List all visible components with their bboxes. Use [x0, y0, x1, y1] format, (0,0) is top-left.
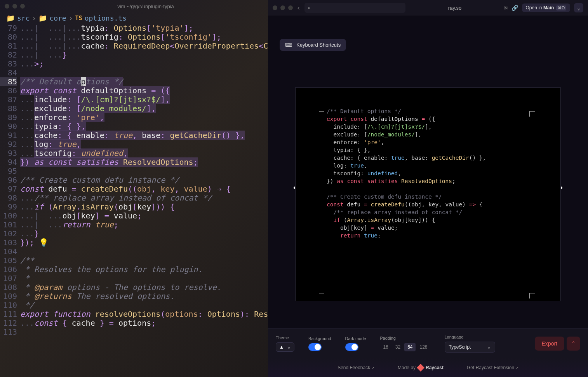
lang-label: Language: [445, 335, 495, 339]
padding-option-128[interactable]: 128: [416, 343, 430, 351]
typescript-icon: TS: [75, 15, 82, 22]
made-by-raycast[interactable]: Made by Raycast: [398, 365, 444, 370]
breadcrumb-src[interactable]: src: [17, 14, 30, 22]
rayso-canvas-area: ⌨ Keyboard Shortcuts /** Default options…: [268, 16, 588, 328]
maximize-icon[interactable]: [288, 5, 293, 10]
kb-label: Keyboard Shortcuts: [296, 42, 341, 48]
breadcrumb-file[interactable]: options.ts: [85, 14, 127, 22]
corner-mark-icon: [529, 293, 537, 301]
theme-label: Theme: [276, 335, 294, 340]
minimize-icon[interactable]: [280, 5, 285, 10]
footer: Send Feedback Made by Raycast Get Raycas…: [268, 358, 588, 377]
padding-label: Padding: [380, 336, 430, 340]
chevron-down-icon[interactable]: ⌄: [574, 3, 583, 12]
get-extension-link[interactable]: Get Raycast Extension: [467, 365, 518, 370]
open-main-label: Open in Main: [526, 5, 554, 10]
search-icon: ⌕: [308, 5, 311, 11]
padding-option-32[interactable]: 32: [392, 343, 404, 351]
corner-mark-icon: [319, 111, 327, 119]
kbd-shortcut: ⌘O: [556, 5, 566, 10]
code-image-canvas[interactable]: /** Default options */ export const defa…: [295, 87, 561, 286]
chevron-right-icon: ›: [32, 14, 37, 22]
language-control: Language TypeScript ⌄: [445, 335, 495, 353]
chevron-down-icon: ⌄: [287, 344, 291, 350]
darkmode-toggle[interactable]: [345, 343, 358, 351]
page-host: ray.so: [409, 5, 501, 11]
folder-icon: 📁: [6, 14, 15, 22]
breadcrumb-core[interactable]: core: [49, 14, 66, 22]
ray-code-content[interactable]: /** Default options */ export const defa…: [327, 107, 529, 239]
padding-option-64[interactable]: 64: [404, 343, 416, 351]
theme-select[interactable]: ▲ ⌄: [276, 342, 294, 352]
brand-name: Raycast: [426, 365, 444, 370]
chevron-down-icon: ⌄: [487, 344, 491, 350]
bg-label: Background: [308, 336, 331, 341]
theme-control: Theme ▲ ⌄: [276, 335, 294, 352]
keyboard-icon: ⌨: [285, 42, 292, 48]
folder-icon: 📁: [38, 14, 47, 22]
code-card[interactable]: /** Default options */ export const defa…: [295, 87, 561, 301]
traffic-lights: [5, 4, 25, 9]
chevron-right-icon: ›: [69, 14, 73, 22]
browser-titlebar: ‹ ⌕ ray.so ⎘ 🔗 Open in Main ⌘O ⌄: [268, 0, 588, 16]
close-icon[interactable]: [5, 4, 9, 9]
maximize-icon[interactable]: [20, 4, 25, 9]
raycast-logo-icon: [417, 364, 424, 372]
dark-label: Dark mode: [345, 336, 366, 341]
keyboard-shortcuts-button[interactable]: ⌨ Keyboard Shortcuts: [280, 39, 346, 51]
background-toggle[interactable]: [308, 343, 322, 351]
line-number-gutter: 7980818283848586878889909192939495969798…: [0, 24, 20, 337]
language-select[interactable]: TypeScript ⌄: [445, 342, 495, 353]
export-more-button[interactable]: ⌃: [567, 337, 580, 351]
send-feedback-link[interactable]: Send Feedback: [337, 365, 374, 370]
extension-icon[interactable]: ⎘: [504, 5, 508, 11]
padding-options: 163264128: [380, 343, 430, 351]
close-icon[interactable]: [273, 5, 277, 10]
padding-control: Padding 163264128: [380, 336, 430, 351]
theme-swatch-icon: ▲: [279, 344, 284, 350]
url-bar[interactable]: ⌕: [304, 3, 405, 13]
export-button[interactable]: Export: [535, 337, 564, 351]
controls-bar: Theme ▲ ⌄ Background Dark mode Padding 1…: [268, 328, 588, 358]
lang-value: TypeScript: [449, 344, 471, 350]
vim-window: vim ~/g/g/r/unplugin-typia 📁 src › 📁 cor…: [0, 0, 268, 377]
open-in-main-button[interactable]: Open in Main ⌘O: [522, 3, 571, 12]
padding-option-16[interactable]: 16: [380, 343, 391, 351]
code-editor[interactable]: 7980818283848586878889909192939495969798…: [0, 24, 268, 337]
window-title: vim ~/g/g/r/unplugin-typia: [28, 3, 263, 9]
corner-mark-icon: [319, 293, 327, 301]
rayso-window: ‹ ⌕ ray.so ⎘ 🔗 Open in Main ⌘O ⌄ ⌨ Keybo…: [268, 0, 588, 377]
link-icon[interactable]: 🔗: [511, 5, 518, 11]
code-content[interactable]: ...| ...|...typia: Options['typia'];...|…: [20, 24, 268, 337]
vim-titlebar: vim ~/g/g/r/unplugin-typia: [0, 0, 268, 12]
export-group: Export ⌃: [535, 337, 580, 351]
minimize-icon[interactable]: [12, 4, 17, 9]
background-control: Background: [308, 336, 331, 351]
darkmode-control: Dark mode: [345, 336, 366, 351]
made-by-label: Made by: [398, 365, 416, 370]
corner-mark-icon: [529, 111, 537, 119]
breadcrumb: 📁 src › 📁 core › TS options.ts: [0, 12, 268, 24]
traffic-lights: [273, 5, 293, 10]
back-button[interactable]: ‹: [297, 4, 301, 12]
